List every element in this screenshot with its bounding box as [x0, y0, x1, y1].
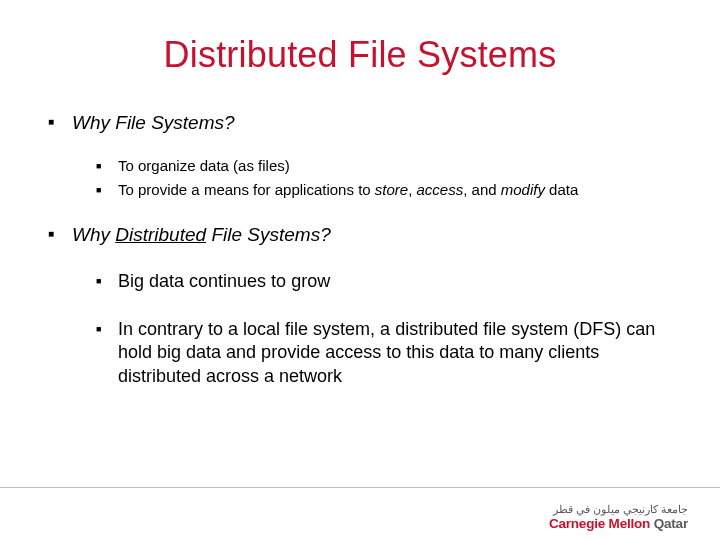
item-em: store: [375, 181, 408, 198]
item-strong: (DFS): [573, 319, 621, 339]
item-em: distributed file system: [395, 319, 573, 339]
logo-arabic-text: جامعة كارنيجي ميلون في قطر: [549, 504, 688, 515]
list-item: In contrary to a local file system, a di…: [96, 318, 672, 389]
bullet-list-level2: Big data continues to grow In contrary t…: [96, 270, 672, 389]
bullet-list-level2: To organize data (as files) To provide a…: [96, 156, 672, 201]
section-why-fs: Why File Systems? To organize data (as f…: [48, 110, 672, 200]
section-heading-post: File Systems?: [206, 224, 331, 245]
section-heading-underline: Distributed: [115, 224, 206, 245]
item-text: , and: [463, 181, 501, 198]
logo-sub: Qatar: [654, 516, 688, 531]
logo-english-text: Carnegie Mellon Qatar: [549, 517, 688, 531]
item-em: modify: [501, 181, 545, 198]
item-text: To provide a means for applications to: [118, 181, 375, 198]
item-text: ,: [408, 181, 416, 198]
section-why-dfs: Why Distributed File Systems? Big data c…: [48, 222, 672, 389]
item-text: data: [545, 181, 578, 198]
item-text: continues to grow: [184, 271, 330, 291]
list-item: Big data continues to grow: [96, 270, 672, 294]
section-heading: Why File Systems?: [72, 112, 235, 133]
item-text: To organize data (as files): [118, 157, 290, 174]
bullet-list-level1: Why File Systems? To organize data (as f…: [48, 110, 672, 389]
list-item: To provide a means for applications to s…: [96, 180, 672, 200]
cmu-qatar-logo: جامعة كارنيجي ميلون في قطر Carnegie Mell…: [549, 504, 688, 531]
footer-divider: [0, 487, 720, 488]
item-text: Big data: [118, 271, 184, 291]
slide-title: Distributed File Systems: [48, 34, 672, 76]
item-em: access: [417, 181, 464, 198]
item-text: In contrary to a local file system, a: [118, 319, 395, 339]
list-item: To organize data (as files): [96, 156, 672, 176]
slide: Distributed File Systems Why File System…: [0, 0, 720, 540]
section-heading-pre: Why: [72, 224, 115, 245]
logo-main: Carnegie Mellon: [549, 516, 650, 531]
